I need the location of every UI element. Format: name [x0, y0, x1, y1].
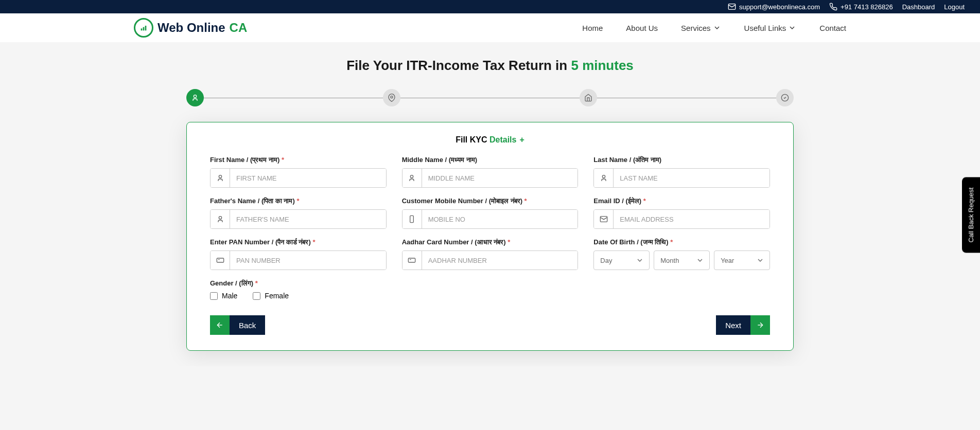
logo-ca: CA: [230, 21, 248, 35]
last-name-input[interactable]: [614, 169, 769, 187]
plus-icon: +: [519, 135, 524, 144]
next-button[interactable]: Next: [716, 315, 770, 335]
svg-rect-14: [217, 258, 223, 262]
topbar: support@webonlineca.com +91 7413 826826 …: [0, 0, 980, 13]
chevron-down-icon: [636, 256, 644, 264]
support-phone[interactable]: +91 7413 826826: [829, 3, 893, 11]
nav-contact[interactable]: Contact: [819, 24, 846, 32]
aadhar-input[interactable]: [422, 251, 578, 270]
svg-rect-11: [410, 216, 414, 222]
logo-icon: [134, 18, 153, 38]
father-name-input[interactable]: [230, 210, 386, 228]
user-icon: [211, 210, 230, 228]
gender-male[interactable]: Male: [210, 292, 237, 300]
arrow-left-icon: [210, 315, 230, 335]
nav-services-label: Services: [681, 24, 711, 32]
svg-point-9: [602, 175, 605, 178]
nav-about[interactable]: About Us: [626, 24, 658, 32]
logout-link[interactable]: Logout: [944, 3, 965, 11]
chevron-down-icon: [713, 24, 721, 32]
svg-point-8: [411, 175, 413, 178]
header: Web Online CA Home About Us Services Use…: [0, 13, 980, 42]
logo[interactable]: Web Online CA: [134, 18, 247, 38]
father-name-label: Father's Name / (पिता का नाम) *: [210, 197, 387, 205]
step-1-personal: [186, 89, 204, 106]
nav-home[interactable]: Home: [582, 24, 603, 32]
dob-month-value: Month: [660, 257, 679, 264]
step-3-home: [580, 89, 597, 106]
dob-label: Date Of Birth / (जन्म तिथि) *: [593, 238, 770, 246]
pan-input[interactable]: [230, 251, 386, 270]
mail-icon: [728, 3, 736, 11]
gender-female[interactable]: Female: [253, 292, 289, 300]
svg-point-4: [194, 95, 196, 98]
dob-day-select[interactable]: Day: [593, 250, 650, 270]
chevron-down-icon: [788, 24, 796, 32]
form-title: Fill KYC Details+: [210, 135, 770, 145]
next-button-label: Next: [716, 315, 750, 335]
dashboard-link[interactable]: Dashboard: [902, 3, 935, 11]
card-icon: [402, 251, 422, 270]
user-icon: [402, 169, 422, 187]
chevron-down-icon: [696, 256, 704, 264]
svg-rect-3: [145, 26, 147, 30]
last-name-label: Last Name / (अंतिम नाम): [593, 156, 770, 164]
card-icon: [211, 251, 230, 270]
aadhar-label: Aadhar Card Number / (आधार नंबर) *: [402, 238, 579, 246]
email-text: support@webonlineca.com: [739, 3, 820, 11]
svg-rect-16: [409, 258, 415, 262]
first-name-input[interactable]: [230, 169, 386, 187]
phone-icon: [829, 3, 837, 11]
svg-rect-1: [141, 28, 143, 30]
middle-name-label: Middle Name / (मध्यम नाम): [402, 156, 579, 164]
gender-label: Gender / (लिंग) *: [210, 279, 395, 288]
arrow-right-icon: [750, 315, 770, 335]
svg-point-7: [219, 175, 221, 178]
nav-links-label: Useful Links: [744, 24, 786, 32]
svg-rect-2: [143, 27, 145, 31]
kyc-form: Fill KYC Details+ First Name / (प्रथम ना…: [186, 122, 794, 351]
gender-female-label: Female: [265, 292, 289, 300]
email-label: Email ID / (ईमेल) *: [593, 197, 770, 205]
email-input[interactable]: [614, 210, 769, 228]
chevron-down-icon: [756, 256, 764, 264]
middle-name-input[interactable]: [422, 169, 578, 187]
svg-point-5: [391, 96, 393, 98]
nav-services[interactable]: Services: [681, 24, 721, 32]
mobile-input[interactable]: [422, 210, 578, 228]
dob-month-select[interactable]: Month: [654, 250, 710, 270]
first-name-label: First Name / (प्रथम नाम) *: [210, 156, 387, 164]
phone-text: +91 7413 826826: [841, 3, 893, 11]
gender-male-label: Male: [222, 292, 237, 300]
back-button-label: Back: [230, 315, 265, 335]
dob-year-select[interactable]: Year: [714, 250, 770, 270]
main-nav: Home About Us Services Useful Links Cont…: [582, 24, 846, 32]
svg-point-10: [219, 217, 221, 219]
user-icon: [594, 169, 614, 187]
step-2-location: [383, 89, 400, 106]
logo-text: Web Online: [157, 21, 225, 35]
pan-label: Enter PAN Number / (पैन कार्ड नंबर) *: [210, 238, 387, 246]
phone-icon: [402, 210, 422, 228]
callback-request-tab[interactable]: Call Back Request: [962, 177, 980, 253]
dob-day-value: Day: [600, 257, 612, 264]
gender-female-checkbox[interactable]: [253, 292, 260, 300]
dob-year-value: Year: [721, 257, 734, 264]
support-email[interactable]: support@webonlineca.com: [728, 3, 820, 11]
nav-links[interactable]: Useful Links: [744, 24, 797, 32]
back-button[interactable]: Back: [210, 315, 265, 335]
step-indicator: [186, 89, 794, 106]
page-title: File Your ITR-Income Tax Return in 5 min…: [166, 58, 814, 74]
mail-icon: [594, 210, 614, 228]
user-icon: [211, 169, 230, 187]
gender-male-checkbox[interactable]: [210, 292, 218, 300]
step-4-confirm: [776, 89, 794, 106]
mobile-label: Customer Mobile Number / (मोबाइल नंबर) *: [402, 197, 579, 205]
